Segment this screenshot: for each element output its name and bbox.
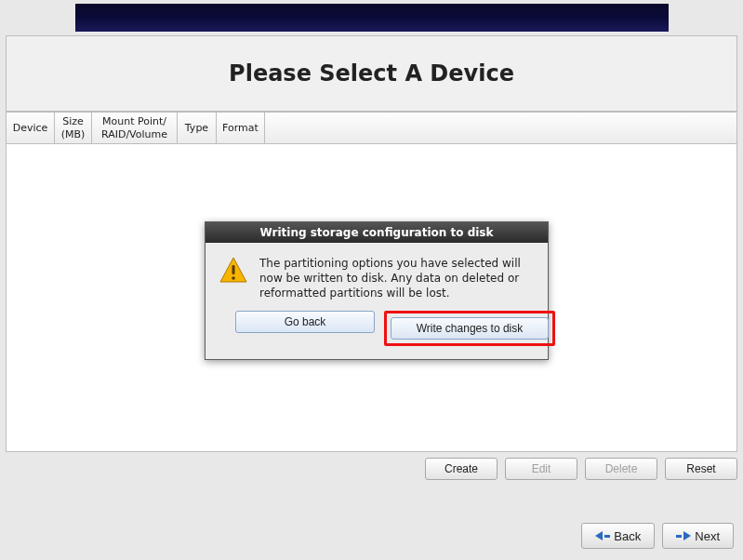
arrow-stem-icon xyxy=(676,535,682,538)
col-spacer xyxy=(265,113,736,143)
arrow-stem-icon xyxy=(604,535,610,538)
col-format[interactable]: Format xyxy=(217,113,265,143)
col-device[interactable]: Device xyxy=(7,113,55,143)
highlight-annotation: Write changes to disk xyxy=(384,311,555,346)
dialog-message: The partitioning options you have select… xyxy=(259,256,535,301)
svg-point-2 xyxy=(232,276,235,280)
dialog-body: The partitioning options you have select… xyxy=(206,243,548,311)
title-panel: Please Select A Device xyxy=(6,35,737,112)
installer-banner xyxy=(75,4,669,32)
back-button[interactable]: Back xyxy=(581,523,655,549)
reset-button[interactable]: Reset xyxy=(665,458,737,480)
arrow-right-icon xyxy=(683,531,691,540)
next-button[interactable]: Next xyxy=(662,523,734,549)
next-label: Next xyxy=(695,529,720,543)
confirm-write-dialog: Writing storage configuration to disk Th… xyxy=(205,221,549,360)
table-header-row: Device Size (MB) Mount Point/ RAID/Volum… xyxy=(7,113,736,144)
dialog-title: Writing storage configuration to disk xyxy=(206,222,548,243)
delete-button: Delete xyxy=(585,458,657,480)
wizard-nav: Back Next xyxy=(581,523,734,549)
write-changes-button[interactable]: Write changes to disk xyxy=(391,317,549,340)
arrow-left-icon xyxy=(595,531,603,540)
warning-icon xyxy=(219,256,248,288)
svg-rect-1 xyxy=(232,265,235,274)
partition-actions: Create Edit Delete Reset xyxy=(0,458,737,480)
edit-button: Edit xyxy=(505,458,577,480)
page-title: Please Select A Device xyxy=(7,36,736,111)
create-button[interactable]: Create xyxy=(425,458,498,480)
back-label: Back xyxy=(614,529,641,543)
col-size[interactable]: Size (MB) xyxy=(55,113,92,143)
col-mount[interactable]: Mount Point/ RAID/Volume xyxy=(92,113,178,143)
dialog-buttons: Go back Write changes to disk xyxy=(206,311,548,359)
go-back-button[interactable]: Go back xyxy=(235,311,375,333)
col-type[interactable]: Type xyxy=(178,113,217,143)
